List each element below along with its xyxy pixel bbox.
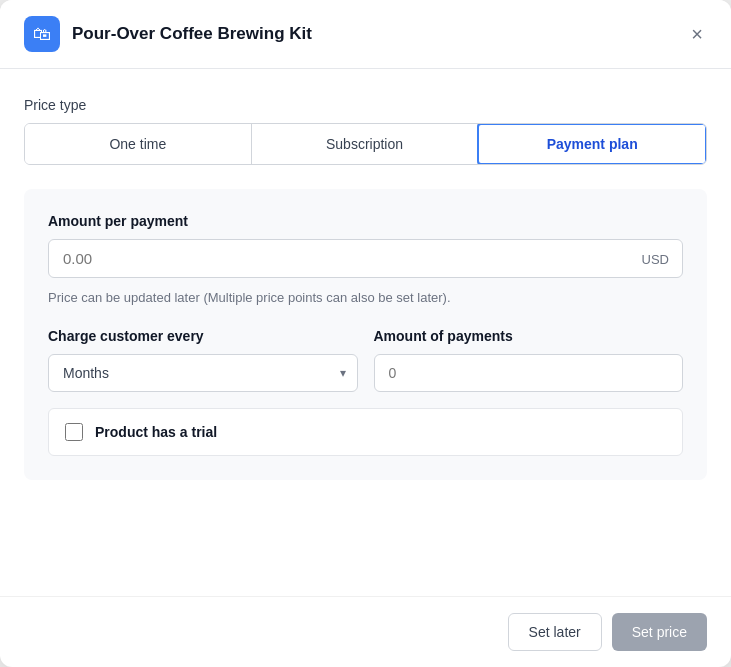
frequency-select-wrapper: Months Weeks Days ▾ — [48, 354, 358, 392]
app-icon: 🛍 — [24, 16, 60, 52]
trial-label: Product has a trial — [95, 424, 217, 440]
modal: 🛍 Pour-Over Coffee Brewing Kit × Price t… — [0, 0, 731, 667]
price-type-label: Price type — [24, 97, 707, 113]
amount-input-wrapper: USD — [48, 239, 683, 278]
payment-plan-section: Amount per payment USD Price can be upda… — [24, 189, 707, 480]
amount-payments-field: Amount of payments — [374, 328, 684, 392]
two-col-fields: Charge customer every Months Weeks Days … — [48, 328, 683, 392]
set-later-button[interactable]: Set later — [508, 613, 602, 651]
tab-payment-plan[interactable]: Payment plan — [477, 123, 707, 165]
amount-label: Amount per payment — [48, 213, 683, 229]
price-hint: Price can be updated later (Multiple pri… — [48, 288, 683, 308]
tab-one-time[interactable]: One time — [25, 124, 252, 164]
set-price-button[interactable]: Set price — [612, 613, 707, 651]
header-left: 🛍 Pour-Over Coffee Brewing Kit — [24, 16, 312, 52]
charge-label: Charge customer every — [48, 328, 358, 344]
modal-header: 🛍 Pour-Over Coffee Brewing Kit × — [0, 0, 731, 69]
currency-label: USD — [642, 251, 669, 266]
amount-payments-label: Amount of payments — [374, 328, 684, 344]
trial-section: Product has a trial — [48, 408, 683, 456]
amount-input[interactable] — [48, 239, 683, 278]
tab-subscription[interactable]: Subscription — [252, 124, 479, 164]
charge-every-field: Charge customer every Months Weeks Days … — [48, 328, 358, 392]
trial-checkbox[interactable] — [65, 423, 83, 441]
modal-footer: Set later Set price — [0, 596, 731, 667]
price-type-section: Price type One time Subscription Payment… — [24, 97, 707, 165]
payments-input[interactable] — [374, 354, 684, 392]
close-icon: × — [691, 23, 703, 46]
close-button[interactable]: × — [687, 19, 707, 50]
price-type-tabs: One time Subscription Payment plan — [24, 123, 707, 165]
modal-body: Price type One time Subscription Payment… — [0, 69, 731, 596]
modal-title: Pour-Over Coffee Brewing Kit — [72, 24, 312, 44]
modal-overlay: 🛍 Pour-Over Coffee Brewing Kit × Price t… — [0, 0, 731, 667]
frequency-select[interactable]: Months Weeks Days — [48, 354, 358, 392]
